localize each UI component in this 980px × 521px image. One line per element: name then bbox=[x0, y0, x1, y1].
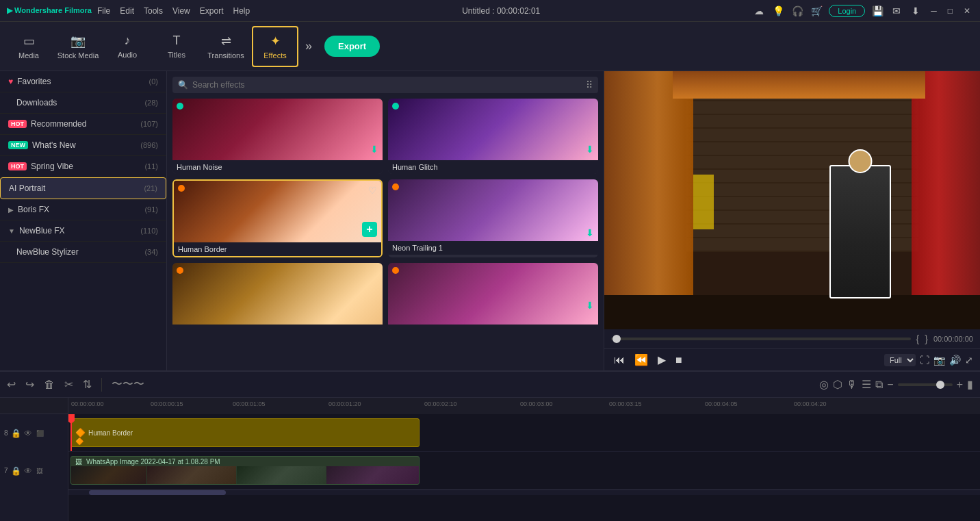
menu-file[interactable]: File bbox=[97, 6, 110, 16]
effect-thumb-human-border bbox=[174, 181, 381, 242]
cloud-icon[interactable]: ☁ bbox=[752, 4, 766, 18]
toolbar-titles[interactable]: T Titles bbox=[153, 26, 200, 67]
sidebar-item-aiportrait[interactable]: AI Portrait (21) bbox=[0, 177, 166, 199]
sidebar-item-downloads[interactable]: Downloads (28) bbox=[0, 92, 166, 114]
fullscreen-icon[interactable]: ⛶ bbox=[920, 355, 929, 366]
track-7-lock[interactable]: 🔒 bbox=[11, 466, 21, 476]
effect-label-5 bbox=[172, 325, 383, 330]
toolbar-media[interactable]: ▭ Media bbox=[5, 26, 52, 67]
mask-icon[interactable]: ⬡ bbox=[833, 378, 842, 391]
playhead[interactable] bbox=[70, 414, 72, 451]
bulb-icon[interactable]: 💡 bbox=[771, 4, 785, 18]
search-input[interactable] bbox=[192, 80, 582, 90]
toolbar-stock-media[interactable]: 📷 Stock Media bbox=[55, 26, 101, 67]
recommended-label: Recommended bbox=[31, 119, 86, 129]
play-button[interactable]: ▶ bbox=[655, 352, 669, 368]
panel-icon[interactable]: ▮ bbox=[967, 378, 973, 391]
media-icon: ▭ bbox=[23, 34, 35, 49]
download-arrow-neon[interactable]: ⬇ bbox=[586, 227, 594, 238]
headset-icon[interactable]: 🎧 bbox=[790, 4, 804, 18]
character-figure bbox=[829, 165, 891, 298]
list-icon[interactable]: ☰ bbox=[862, 378, 871, 391]
menu-edit[interactable]: Edit bbox=[120, 6, 134, 16]
mail-icon[interactable]: ✉ bbox=[890, 4, 903, 18]
effect-card-human-glitch[interactable]: ⬇ Human Glitch bbox=[388, 99, 598, 174]
menu-export[interactable]: Export bbox=[200, 6, 224, 16]
download-icon[interactable]: ⬇ bbox=[909, 4, 923, 18]
menu-tools[interactable]: Tools bbox=[144, 6, 163, 16]
download-arrow-6[interactable]: ⬇ bbox=[586, 300, 594, 311]
app-logo: ▶ Wondershare Filmora bbox=[7, 6, 92, 15]
zoom-plus[interactable]: + bbox=[957, 379, 963, 391]
screenshot-icon[interactable]: 📷 bbox=[933, 355, 945, 366]
progress-track[interactable] bbox=[611, 338, 911, 340]
toolbar-effects[interactable]: ✦ Effects bbox=[252, 26, 298, 67]
sidebar-item-whatsnew[interactable]: NEW What's New (896) bbox=[0, 135, 166, 156]
stop-button[interactable]: ■ bbox=[673, 353, 685, 368]
effect-card-neon-trailing[interactable]: ⬇ Neon Trailing 1 bbox=[388, 179, 598, 257]
download-arrow-human-glitch[interactable]: ⬇ bbox=[586, 144, 594, 155]
step-back-button[interactable]: ⏮ bbox=[611, 353, 628, 368]
prev-frame-button[interactable]: ⏪ bbox=[632, 352, 651, 368]
add-button-human-border[interactable]: + bbox=[362, 222, 377, 237]
effect-clip-badge: 🔶 bbox=[75, 437, 83, 445]
toolbar-transitions[interactable]: ⇌ Transitions bbox=[203, 26, 249, 67]
track-7-eye[interactable]: 👁 bbox=[24, 466, 32, 476]
track-7-number: 7 bbox=[4, 467, 8, 474]
maximize-button[interactable]: □ bbox=[945, 6, 955, 16]
download-arrow-human-noise[interactable]: ⬇ bbox=[370, 144, 378, 155]
sidebar-item-recommended[interactable]: HOT Recommended (107) bbox=[0, 114, 166, 135]
clip-human-border[interactable]: 🔶 Human Border 🔶 bbox=[70, 418, 420, 447]
mic-icon[interactable]: 🎙 bbox=[847, 379, 858, 391]
scrollbar-thumb[interactable] bbox=[89, 490, 226, 495]
effect-card-5[interactable] bbox=[172, 263, 383, 330]
effect-card-human-noise[interactable]: ⬇ Human Noise bbox=[172, 99, 383, 174]
audio-waveform-icon[interactable]: 〜〜〜 bbox=[112, 377, 144, 392]
pip-icon[interactable]: ⧉ bbox=[875, 379, 883, 391]
close-button[interactable]: ✕ bbox=[961, 6, 973, 16]
export-button[interactable]: Export bbox=[324, 36, 380, 57]
sidebar-item-borisfx[interactable]: ▶ Boris FX (91) bbox=[0, 199, 166, 220]
menu-help[interactable]: Help bbox=[233, 6, 250, 16]
quality-select[interactable]: Full 1/2 1/4 bbox=[884, 354, 916, 366]
volume-icon[interactable]: 🔊 bbox=[949, 355, 961, 366]
clip-video[interactable]: 🖼 WhatsApp Image 2022-04-17 at 1.08.28 P… bbox=[70, 456, 420, 485]
zoom-icon[interactable]: ⤢ bbox=[965, 355, 973, 366]
zoom-out-icon[interactable]: ◎ bbox=[819, 378, 829, 391]
zoom-track[interactable] bbox=[898, 383, 953, 386]
cart-icon[interactable]: 🛒 bbox=[810, 4, 823, 18]
track-8-lock[interactable]: 🔒 bbox=[11, 429, 21, 438]
video-clip-icon: 🖼 bbox=[75, 458, 82, 466]
redo-icon[interactable]: ↪ bbox=[25, 378, 34, 391]
heart-icon-human-border[interactable]: ♡ bbox=[368, 185, 377, 196]
transitions-label: Transitions bbox=[207, 51, 244, 60]
ruler-105: 00:00:01:05 bbox=[233, 401, 266, 407]
sidebar-item-newbluestylizer[interactable]: NewBlue Stylizer (34) bbox=[0, 242, 166, 263]
delete-icon[interactable]: 🗑 bbox=[44, 379, 55, 391]
toolbar-more-icon[interactable]: » bbox=[301, 39, 316, 53]
adjust-icon[interactable]: ⇅ bbox=[83, 378, 92, 391]
zoom-thumb[interactable] bbox=[936, 381, 944, 389]
effect-card-6[interactable]: ⬇ bbox=[388, 263, 598, 330]
horizontal-scrollbar[interactable] bbox=[68, 490, 980, 495]
sidebar-item-newbluefx[interactable]: ▼ NewBlue FX (110) bbox=[0, 220, 166, 242]
login-button[interactable]: Login bbox=[829, 5, 865, 17]
zoom-minus[interactable]: − bbox=[887, 379, 893, 391]
video-clip-label: WhatsApp Image 2022-04-17 at 1.08.28 PM bbox=[86, 458, 220, 466]
springvibe-label: Spring Vibe bbox=[31, 162, 73, 171]
menu-view[interactable]: View bbox=[172, 6, 190, 16]
video-thumbnails bbox=[71, 466, 420, 485]
save-icon[interactable]: 💾 bbox=[871, 4, 884, 18]
ruler-420: 00:00:04:20 bbox=[794, 401, 827, 407]
progress-thumb[interactable] bbox=[612, 335, 621, 343]
sidebar-item-favorites[interactable]: ♥ Favorites (0) bbox=[0, 71, 166, 92]
grid-view-icon[interactable]: ⠿ bbox=[586, 79, 593, 90]
track-8-eye[interactable]: 👁 bbox=[24, 429, 32, 438]
undo-icon[interactable]: ↩ bbox=[7, 378, 16, 391]
effect-card-human-border[interactable]: ♡ + Human Border bbox=[172, 179, 383, 257]
toolbar-audio[interactable]: ♪ Audio bbox=[104, 26, 151, 67]
cut-icon[interactable]: ✂ bbox=[64, 378, 73, 391]
minimize-button[interactable]: ─ bbox=[928, 6, 940, 16]
bracket-left: { bbox=[916, 333, 920, 344]
sidebar-item-springvibe[interactable]: HOT Spring Vibe (11) bbox=[0, 156, 166, 177]
